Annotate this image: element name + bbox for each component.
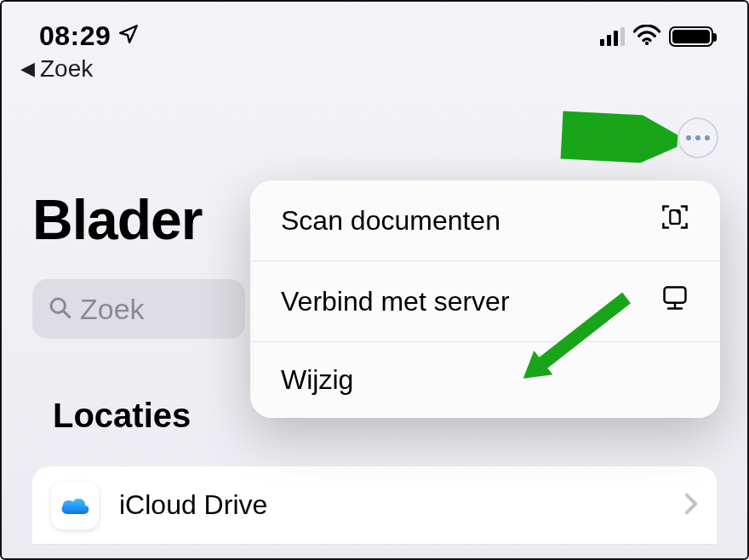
menu-item-edit[interactable]: Wijzig (250, 342, 720, 418)
annotation-arrow-icon (561, 111, 679, 164)
status-bar: 08:29 (2, 2, 747, 54)
cellular-icon (600, 27, 625, 46)
context-menu: Scan documenten Verbind met server Wijzi… (250, 180, 720, 418)
chevron-right-icon (684, 493, 698, 518)
svg-line-2 (64, 311, 70, 317)
back-button[interactable]: ◀ Zoek (2, 54, 747, 83)
search-icon (48, 295, 71, 323)
locations-list: iCloud Drive (32, 466, 717, 545)
search-input[interactable] (80, 293, 230, 326)
menu-item-connect-server[interactable]: Verbind met server (250, 261, 720, 342)
status-time: 08:29 (39, 20, 111, 52)
menu-item-label: Wijzig (281, 364, 353, 396)
menu-item-label: Scan documenten (281, 205, 500, 237)
wifi-icon (633, 25, 660, 49)
page-title: Blader (32, 187, 202, 252)
list-item[interactable]: iCloud Drive (32, 466, 717, 545)
icloud-icon (51, 482, 99, 529)
back-label: Zoek (40, 55, 93, 83)
location-icon (117, 20, 140, 52)
status-right (600, 25, 713, 49)
back-triangle-icon: ◀ (20, 60, 35, 78)
svg-marker-8 (656, 124, 678, 156)
battery-icon (669, 26, 713, 47)
list-item-label: iCloud Drive (119, 489, 664, 521)
status-time-group: 08:29 (39, 20, 140, 52)
more-button[interactable] (678, 117, 718, 158)
scan-document-icon (660, 203, 689, 238)
svg-line-7 (565, 135, 662, 140)
more-dots-icon (686, 135, 691, 140)
svg-point-0 (645, 41, 649, 44)
search-field[interactable] (32, 279, 245, 339)
svg-rect-4 (665, 288, 686, 303)
menu-item-scan[interactable]: Scan documenten (250, 180, 720, 261)
menu-item-label: Verbind met server (281, 286, 510, 317)
section-title: Locaties (53, 397, 191, 435)
server-icon (660, 283, 689, 319)
